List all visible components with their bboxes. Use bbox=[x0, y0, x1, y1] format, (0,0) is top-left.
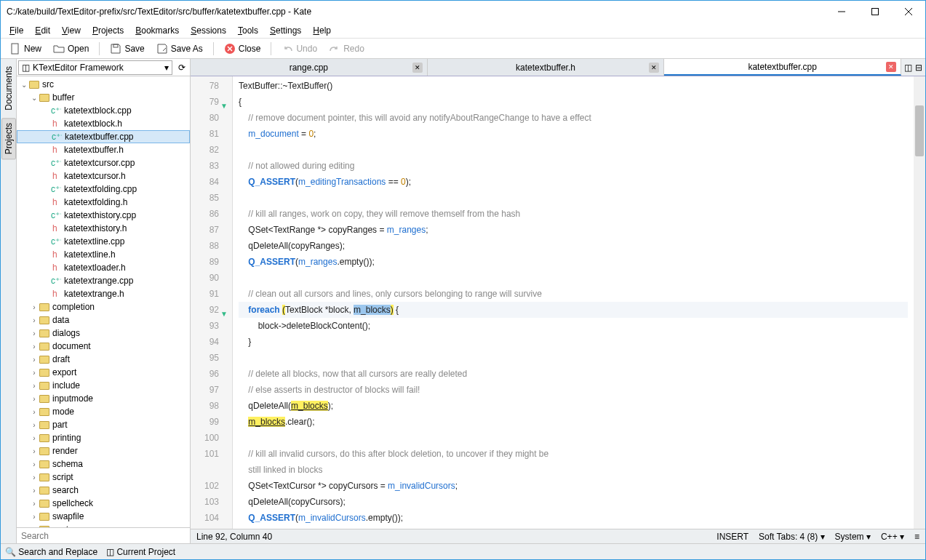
expander-icon[interactable]: › bbox=[30, 408, 39, 416]
tab-range-cpp[interactable]: range.cpp✕ bbox=[191, 59, 428, 76]
current-project-tab[interactable]: ◫ Current Project bbox=[106, 547, 175, 557]
tree-item[interactable]: hkatetextrange.h bbox=[17, 287, 190, 300]
open-button[interactable]: Open bbox=[49, 41, 93, 56]
tree-item[interactable]: ›search bbox=[17, 484, 190, 497]
menu-bookmarks[interactable]: Bookmarks bbox=[131, 24, 183, 37]
menu-help[interactable]: Help bbox=[308, 24, 335, 37]
save-as-button[interactable]: Save As bbox=[152, 41, 207, 56]
undo-button[interactable]: Undo bbox=[277, 41, 322, 56]
split-h-icon[interactable]: ⊟ bbox=[915, 63, 922, 73]
scroll-thumb[interactable] bbox=[915, 105, 924, 156]
expander-icon[interactable]: › bbox=[30, 395, 39, 403]
code-line[interactable]: // kill all invalid cursors, do this aft… bbox=[239, 446, 908, 462]
code-editor[interactable]: 7879▼80818283848586878889909192▼93949596… bbox=[191, 76, 925, 529]
tab-katetextbuffer-h[interactable]: katetextbuffer.h✕ bbox=[428, 59, 665, 76]
tree-item[interactable]: hkatetextfolding.h bbox=[17, 196, 190, 209]
menu-edit[interactable]: Edit bbox=[31, 24, 55, 37]
expander-icon[interactable]: › bbox=[30, 500, 39, 508]
expander-icon[interactable]: › bbox=[30, 382, 39, 390]
code-line[interactable]: { bbox=[239, 94, 908, 110]
tree-item[interactable]: ›data bbox=[17, 313, 190, 327]
tree-item[interactable]: ›completion bbox=[17, 300, 190, 313]
code-line[interactable]: // remove document pointer, this will av… bbox=[239, 110, 908, 126]
fold-marker-icon[interactable]: ▼ bbox=[220, 98, 228, 114]
tree-item[interactable]: c⁺⁺katetextrange.cpp bbox=[17, 274, 190, 287]
expander-icon[interactable]: › bbox=[30, 329, 39, 337]
menu-tools[interactable]: Tools bbox=[234, 24, 263, 37]
tab-settings[interactable]: Soft Tabs: 4 (8) ▾ bbox=[759, 532, 825, 542]
tree-item[interactable]: hkatetexthistory.h bbox=[17, 222, 190, 235]
tree-item[interactable]: hkatetextbuffer.h bbox=[17, 143, 190, 156]
expander-icon[interactable]: › bbox=[30, 421, 39, 429]
tree-item[interactable]: ›script bbox=[17, 471, 190, 484]
save-button[interactable]: Save bbox=[105, 41, 148, 56]
tree-item[interactable]: ›draft bbox=[17, 353, 190, 366]
code-line[interactable]: block->deleteBlockContent(); bbox=[239, 318, 908, 334]
code-line[interactable]: qDeleteAll(copyRanges); bbox=[239, 238, 908, 254]
expander-icon[interactable]: › bbox=[30, 487, 39, 495]
insert-mode[interactable]: INSERT bbox=[717, 532, 749, 542]
tree-item[interactable]: c⁺⁺katetexthistory.cpp bbox=[17, 209, 190, 222]
expander-icon[interactable]: ⌄ bbox=[20, 81, 28, 89]
dock-tab-documents[interactable]: Documents bbox=[2, 62, 15, 115]
tree-item[interactable]: c⁺⁺katetextfolding.cpp bbox=[17, 183, 190, 196]
expander-icon[interactable]: ⌄ bbox=[30, 94, 39, 102]
tree-item[interactable]: hkatetextblock.h bbox=[17, 117, 190, 130]
language-selector[interactable]: C++ ▾ bbox=[881, 532, 904, 542]
tree-item[interactable]: c⁺⁺katetextline.cpp bbox=[17, 235, 190, 248]
code-line[interactable]: QSet<TextRange *> copyRanges = m_ranges; bbox=[239, 222, 908, 238]
tree-item[interactable]: c⁺⁺katetextbuffer.cpp bbox=[17, 130, 190, 143]
tree-item[interactable]: ›dialogs bbox=[17, 327, 190, 340]
tree-item[interactable]: hkatetextloader.h bbox=[17, 261, 190, 274]
code-line[interactable] bbox=[239, 270, 908, 286]
tree-item[interactable]: ⌄src bbox=[17, 78, 190, 91]
dock-tab-projects[interactable]: Projects bbox=[1, 118, 16, 159]
redo-button[interactable]: Redo bbox=[324, 41, 369, 56]
menu-projects[interactable]: Projects bbox=[88, 24, 128, 37]
tree-item[interactable]: ⌄buffer bbox=[17, 91, 190, 104]
fold-marker-icon[interactable]: ▼ bbox=[220, 306, 228, 322]
tree-item[interactable]: hkatetextcursor.h bbox=[17, 169, 190, 183]
code-line[interactable]: Q_ASSERT(m_editingTransactions == 0); bbox=[239, 174, 908, 190]
expander-icon[interactable]: › bbox=[30, 343, 39, 351]
expander-icon[interactable]: › bbox=[30, 356, 39, 364]
tree-item[interactable]: ›part bbox=[17, 418, 190, 431]
tree-item[interactable]: ›render bbox=[17, 444, 190, 457]
code-line[interactable]: // delete all blocks, now that all curso… bbox=[239, 366, 908, 382]
split-icon[interactable]: ◫ bbox=[904, 63, 912, 73]
tree-item[interactable]: ›include bbox=[17, 379, 190, 392]
expander-icon[interactable]: › bbox=[30, 434, 39, 442]
code-line[interactable]: qDeleteAll(copyCursors); bbox=[239, 494, 908, 510]
menu-settings[interactable]: Settings bbox=[266, 24, 306, 37]
code-area[interactable]: TextBuffer::~TextBuffer(){ // remove doc… bbox=[233, 76, 914, 529]
search-replace-tab[interactable]: 🔍 Search and Replace bbox=[5, 547, 97, 557]
tree-item[interactable]: ›document bbox=[17, 340, 190, 353]
code-line[interactable]: // else asserts in destructor of blocks … bbox=[239, 382, 908, 398]
menu-file[interactable]: File bbox=[5, 24, 28, 37]
tree-item[interactable]: ›export bbox=[17, 366, 190, 379]
code-line[interactable]: foreach (TextBlock *block, m_blocks) { bbox=[239, 302, 908, 318]
expander-icon[interactable]: › bbox=[30, 473, 39, 481]
code-line[interactable]: Q_ASSERT(m_invalidCursors.empty()); bbox=[239, 510, 908, 526]
code-line[interactable] bbox=[239, 430, 908, 446]
code-line[interactable]: } bbox=[239, 334, 908, 350]
code-line[interactable]: // clean out all cursors and lines, only… bbox=[239, 286, 908, 302]
menu-view[interactable]: View bbox=[57, 24, 85, 37]
expander-icon[interactable]: › bbox=[30, 460, 39, 468]
tree-item[interactable]: ›printing bbox=[17, 431, 190, 444]
tree-item[interactable]: c⁺⁺katetextcursor.cpp bbox=[17, 156, 190, 169]
code-line[interactable]: // not allowed during editing bbox=[239, 158, 908, 174]
close-doc-button[interactable]: Close bbox=[220, 41, 266, 56]
code-line[interactable]: QSet<TextCursor *> copyCursors = m_inval… bbox=[239, 478, 908, 494]
tab-katetextbuffer-cpp[interactable]: katetextbuffer.cpp✕ bbox=[664, 59, 901, 76]
code-line[interactable]: m_blocks.clear(); bbox=[239, 414, 908, 430]
menu-icon[interactable]: ≡ bbox=[914, 532, 919, 542]
minimize-button[interactable] bbox=[825, 1, 858, 23]
code-line[interactable] bbox=[239, 350, 908, 366]
tree-item[interactable]: ›swapfile bbox=[17, 510, 190, 523]
tree-item[interactable]: ›spellcheck bbox=[17, 497, 190, 510]
expander-icon[interactable]: › bbox=[30, 316, 39, 324]
code-line[interactable]: qDeleteAll(m_blocks); bbox=[239, 398, 908, 414]
refresh-button[interactable]: ⟳ bbox=[174, 60, 190, 75]
tree-item[interactable]: hkatetextline.h bbox=[17, 248, 190, 261]
